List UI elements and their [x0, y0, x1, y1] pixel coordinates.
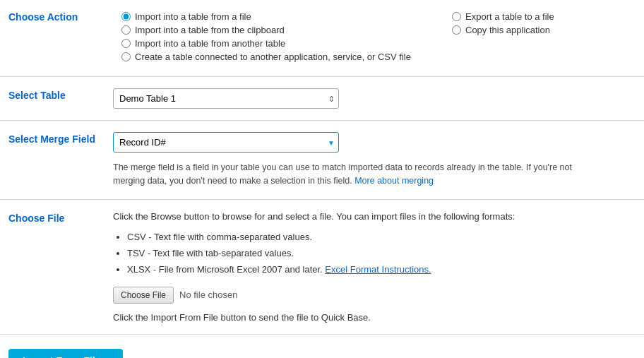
select-merge-field-label: Select Merge Field	[0, 132, 113, 188]
select-merge-field-section: Select Merge Field Record ID# ▼ The merg…	[0, 121, 644, 200]
radio-import-another-table-label[interactable]: Import into a table from another table	[135, 38, 285, 49]
action-options-left: Import into a table from a file Import i…	[121, 11, 452, 65]
select-table-section: Select Table Demo Table 1 ⇕	[0, 77, 644, 121]
radio-copy-app[interactable]	[452, 25, 461, 35]
radio-group-5: Export a table to a file	[452, 11, 636, 22]
radio-create-connected-table[interactable]	[121, 52, 131, 61]
select-table-content: Demo Table 1 ⇕	[113, 88, 644, 109]
format-xlsx: XLSX - File from Microsoft Excel 2007 an…	[127, 261, 630, 278]
radio-export-table-label[interactable]: Export a table to a file	[465, 11, 554, 22]
choose-file-section: Choose File Click the Browse button to b…	[0, 200, 644, 335]
format-xlsx-text: XLSX - File from Microsoft Excel 2007 an…	[127, 264, 323, 275]
radio-group-6: Copy this application	[452, 25, 636, 35]
import-button-section: Import From File...	[0, 335, 644, 358]
radio-group-4: Create a table connected to another appl…	[121, 52, 452, 62]
choose-action-label: Choose Action	[8, 11, 121, 65]
merge-description: The merge field is a field in your table…	[113, 161, 593, 188]
import-from-file-button[interactable]: Import From File...	[8, 349, 123, 358]
action-options-right: Export a table to a file Copy this appli…	[452, 11, 636, 65]
radio-import-clipboard[interactable]	[121, 25, 131, 35]
choose-file-button[interactable]: Choose File	[113, 287, 174, 304]
merge-description-text: The merge field is a field in your table…	[113, 162, 572, 186]
radio-group-2: Import into a table from the clipboard	[121, 25, 452, 35]
radio-import-file[interactable]	[121, 12, 131, 21]
radio-import-another-table[interactable]	[121, 39, 131, 48]
file-chooser-row: Choose File No file chosen	[113, 287, 630, 304]
more-about-merging-link[interactable]: More about merging	[354, 176, 434, 186]
radio-import-file-label[interactable]: Import into a table from a file	[135, 11, 251, 22]
format-csv: CSV - Text file with comma-separated val…	[127, 229, 630, 245]
file-description-text: Click the Browse button to browse for an…	[113, 211, 593, 222]
table-select[interactable]: Demo Table 1	[113, 88, 339, 109]
radio-export-table[interactable]	[452, 12, 461, 21]
choose-file-content: Click the Browse button to browse for an…	[113, 211, 644, 323]
excel-format-instructions-link[interactable]: Excel Format Instructions.	[325, 264, 431, 275]
file-formats-list: CSV - Text file with comma-separated val…	[127, 229, 630, 278]
table-select-wrapper: Demo Table 1 ⇕	[113, 88, 339, 109]
radio-copy-app-label[interactable]: Copy this application	[465, 25, 550, 35]
radio-import-clipboard-label[interactable]: Import into a table from the clipboard	[135, 25, 285, 35]
format-csv-text: CSV - Text file with comma-separated val…	[127, 232, 312, 242]
format-tsv: TSV - Text file with tab-separated value…	[127, 245, 630, 261]
merge-field-select[interactable]: Record ID#	[113, 132, 339, 153]
format-tsv-text: TSV - Text file with tab-separated value…	[127, 248, 294, 258]
merge-select-wrapper: Record ID# ▼	[113, 132, 339, 153]
radio-group-3: Import into a table from another table	[121, 38, 452, 49]
no-file-text: No file chosen	[179, 290, 237, 300]
radio-group-1: Import into a table from a file	[121, 11, 452, 22]
import-description-text: Click the Import From File button to sen…	[113, 312, 630, 323]
choose-file-label: Choose File	[0, 211, 113, 323]
select-table-label: Select Table	[0, 88, 113, 109]
choose-action-section: Choose Action Import into a table from a…	[0, 0, 644, 77]
select-merge-field-content: Record ID# ▼ The merge field is a field …	[113, 132, 644, 188]
radio-create-connected-table-label[interactable]: Create a table connected to another appl…	[135, 52, 411, 62]
